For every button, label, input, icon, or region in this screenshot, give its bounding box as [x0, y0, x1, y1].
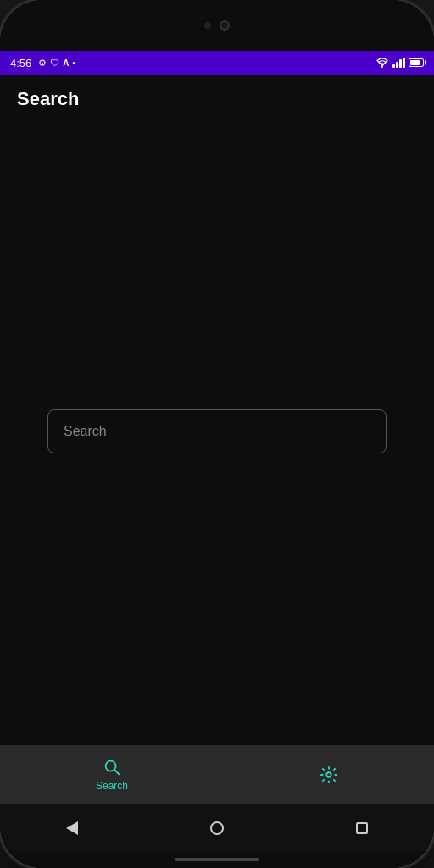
camera-main	[220, 20, 230, 31]
battery-icon	[409, 58, 424, 67]
status-icons-right	[376, 58, 424, 68]
svg-line-2	[114, 770, 119, 774]
camera-area	[0, 0, 434, 51]
recents-square-icon	[356, 822, 368, 834]
a-status-icon: A	[63, 58, 69, 68]
svg-point-3	[326, 772, 331, 777]
search-nav-icon	[103, 758, 121, 776]
recents-button[interactable]	[356, 822, 368, 834]
nav-item-search[interactable]: Search	[70, 751, 153, 798]
app-header: Search	[0, 75, 434, 117]
nav-item-settings[interactable]	[294, 759, 364, 791]
signal-bars	[392, 58, 405, 68]
camera-dot-left	[204, 22, 211, 29]
back-triangle-icon	[66, 821, 78, 835]
phone-frame: 4:56 ⚙ 🛡 A ▪	[0, 0, 434, 868]
status-icons-left: ⚙ 🛡 A ▪	[38, 58, 75, 69]
screen: 4:56 ⚙ 🛡 A ▪	[0, 0, 434, 868]
bottom-pill	[0, 851, 434, 868]
bottom-nav: Search	[0, 745, 434, 804]
status-time: 4:56	[10, 57, 31, 70]
pill-indicator	[175, 858, 259, 861]
shield-status-icon: 🛡	[50, 58, 59, 68]
status-bar: 4:56 ⚙ 🛡 A ▪	[0, 51, 434, 75]
page-title: Search	[17, 88, 79, 109]
search-input[interactable]	[47, 409, 387, 453]
wallet-status-icon: ▪	[73, 58, 76, 68]
back-button[interactable]	[66, 821, 78, 835]
svg-point-0	[381, 66, 383, 68]
search-container	[47, 409, 387, 453]
settings-nav-icon	[320, 765, 338, 784]
wifi-icon	[376, 58, 389, 68]
home-circle-icon	[210, 821, 224, 835]
home-button[interactable]	[210, 821, 224, 835]
settings-status-icon: ⚙	[38, 58, 47, 69]
android-nav	[0, 804, 434, 851]
main-content	[0, 117, 434, 745]
nav-search-label: Search	[96, 780, 128, 792]
